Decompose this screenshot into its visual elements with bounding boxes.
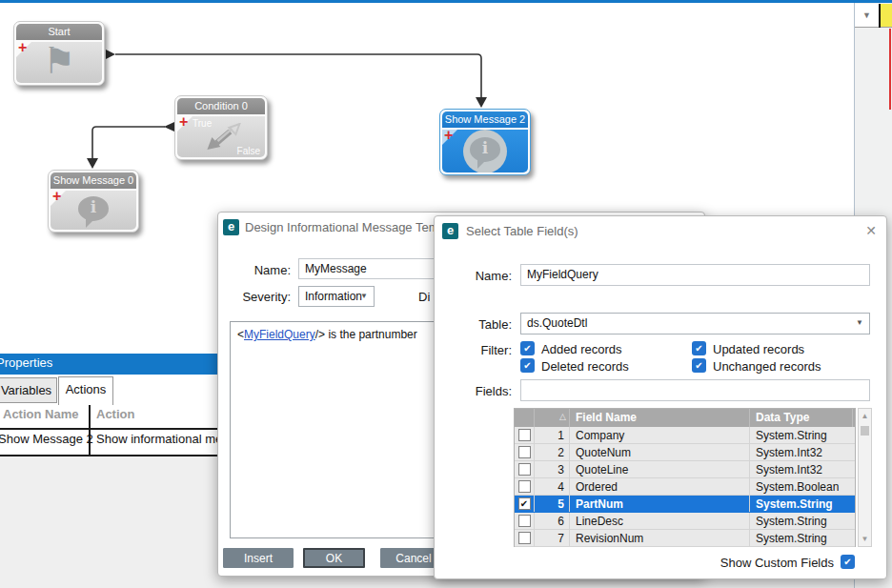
column-header-action: Action: [96, 407, 134, 421]
checkbox-show-custom-fields[interactable]: ✔: [841, 555, 855, 569]
checkbox-updated-records[interactable]: ✔: [692, 341, 706, 355]
workflow-node-show-message-2[interactable]: Show Message 2 + i: [439, 109, 531, 175]
column-header-action-name: Action Name: [3, 407, 78, 421]
node-title: Show Message 2: [442, 112, 528, 128]
highlighted-cell: [881, 4, 892, 28]
clipped-label: Di: [418, 290, 430, 304]
checkbox-unchanged-records[interactable]: ✔: [692, 358, 706, 373]
checkbox-added-records[interactable]: ✔: [520, 341, 535, 355]
row-checkbox[interactable]: [518, 429, 531, 441]
row-checkbox[interactable]: [518, 532, 531, 544]
fields-label: Fields:: [476, 384, 512, 398]
add-connector-icon[interactable]: +: [18, 42, 27, 56]
unchanged-records-label: Unchanged records: [713, 359, 821, 374]
query-name-input[interactable]: MyFieldQuery: [520, 264, 870, 286]
scroll-up-icon[interactable]: ▲: [859, 412, 871, 420]
row-checkbox[interactable]: [518, 480, 531, 493]
table-row-selected[interactable]: ✔ 5 PartNum System.String: [515, 496, 855, 513]
dialog-title: Select Table Field(s): [466, 224, 578, 238]
add-connector-icon[interactable]: +: [179, 116, 188, 131]
bpm-designer-window: Start + ⚑ Condition 0 + True False Show …: [0, 0, 892, 588]
node-title: Condition 0: [177, 98, 265, 114]
node-title: Show Message 0: [51, 172, 136, 189]
deleted-records-label: Deleted records: [541, 359, 629, 374]
info-balloon-icon: i: [470, 136, 500, 161]
fields-grid: △ Field Name Data Type 1 Company System.…: [514, 408, 856, 547]
show-custom-fields-label: Show Custom Fields: [720, 556, 834, 570]
workflow-node-show-message-0[interactable]: Show Message 0 + i: [48, 170, 139, 233]
table-label: Table:: [478, 317, 512, 332]
severity-label: Severity:: [242, 290, 291, 304]
tab-variables[interactable]: Variables: [0, 377, 57, 403]
filter-label: Filter:: [481, 343, 513, 357]
flag-icon: ⚑: [43, 42, 75, 82]
row-checkbox[interactable]: [518, 463, 531, 476]
workflow-node-start[interactable]: Start + ⚑: [13, 21, 105, 86]
grid-header-row: △ Field Name Data Type: [515, 409, 855, 427]
decision-arrows-icon: [204, 123, 242, 152]
tab-actions[interactable]: Actions: [58, 376, 113, 405]
red-edge-marker: [889, 29, 891, 110]
row-checkbox-checked[interactable]: ✔: [518, 497, 531, 510]
workflow-node-condition-0[interactable]: Condition 0 + True False: [174, 95, 268, 160]
column-divider: [89, 405, 91, 456]
field-query-link[interactable]: MyFieldQuery: [244, 328, 315, 341]
checkbox-deleted-records[interactable]: ✔: [520, 358, 535, 373]
grid-scrollbar[interactable]: ▲ ▼: [858, 408, 872, 547]
properties-title: Properties: [0, 355, 52, 370]
table-row[interactable]: 4 Ordered System.Boolean: [515, 478, 855, 496]
column-header-field-name[interactable]: Field Name: [570, 409, 750, 427]
insert-button[interactable]: Insert: [223, 548, 294, 568]
scroll-down-icon[interactable]: ▼: [859, 535, 871, 543]
fields-filter-input[interactable]: [520, 379, 870, 401]
action-row-name[interactable]: Show Message 2: [0, 432, 93, 446]
grid-dropdown-button[interactable]: ▼: [855, 4, 879, 28]
epicor-logo: e: [223, 219, 239, 235]
table-dropdown[interactable]: ds.QuoteDtl ▼: [520, 313, 870, 335]
chevron-down-icon: ▼: [360, 292, 368, 300]
severity-dropdown[interactable]: Information ▼: [298, 286, 375, 307]
row-checkbox[interactable]: [518, 515, 531, 527]
select-table-fields-dialog: e Select Table Field(s) ✕ Name: MyFieldQ…: [434, 215, 887, 579]
row-checkbox[interactable]: [518, 446, 531, 458]
column-header-data-type[interactable]: Data Type: [750, 409, 853, 427]
node-title: Start: [16, 24, 102, 40]
name-label: Name:: [254, 263, 291, 277]
table-row[interactable]: 7 RevisionNum System.String: [515, 530, 855, 547]
chevron-down-icon: ▼: [856, 318, 863, 327]
table-row[interactable]: 6 LineDesc System.String: [515, 513, 855, 530]
name-label: Name:: [476, 269, 512, 283]
dialog-titlebar[interactable]: e Select Table Field(s) ✕: [435, 216, 886, 245]
ok-button[interactable]: OK: [303, 548, 365, 568]
add-connector-icon[interactable]: +: [52, 191, 61, 205]
sort-ascending-icon: △: [559, 412, 566, 421]
dialog-title: Design Informational Message Templ: [245, 220, 449, 234]
table-row[interactable]: 3 QuoteLine System.Int32: [515, 461, 855, 478]
icon-circle: i: [463, 130, 507, 172]
scroll-thumb[interactable]: [861, 426, 869, 436]
add-connector-icon[interactable]: +: [444, 130, 453, 144]
updated-records-label: Updated records: [713, 342, 804, 356]
added-records-label: Added records: [541, 342, 622, 356]
close-icon[interactable]: ✕: [865, 223, 877, 238]
table-row[interactable]: 2 QuoteNum System.Int32: [515, 444, 855, 461]
table-row[interactable]: 1 Company System.String: [515, 427, 855, 444]
info-balloon-icon: i: [78, 195, 109, 220]
epicor-logo: e: [442, 223, 458, 239]
